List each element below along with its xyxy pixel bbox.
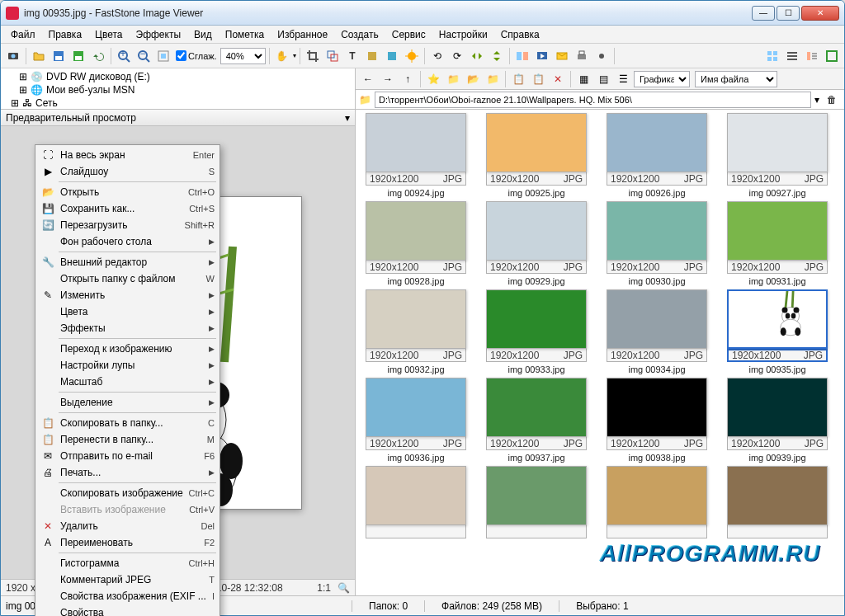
maximize-button[interactable]: ☐: [777, 6, 800, 21]
minimize-button[interactable]: —: [752, 6, 775, 21]
slideshow-icon[interactable]: [533, 47, 551, 65]
thumbnail[interactable]: 1920x1200JPGimg 00937.jpg: [483, 378, 590, 463]
thumbnail[interactable]: [603, 466, 710, 541]
copy-icon[interactable]: 📋: [509, 70, 527, 88]
ctx--[interactable]: Открыть папку с файломW: [37, 270, 218, 287]
view-med-icon[interactable]: ▤: [594, 70, 612, 88]
thumbnail[interactable]: 1920x1200JPGimg 00931.jpg: [724, 201, 831, 286]
thumbnail[interactable]: 1920x1200JPGimg 00928.jpg: [362, 201, 470, 286]
thumbnail[interactable]: 1920x1200JPGimg 00938.jpg: [603, 378, 710, 463]
thumbnail[interactable]: 1920x1200JPGimg 00933.jpg: [483, 289, 590, 374]
move-icon[interactable]: 📋: [529, 70, 547, 88]
zoom-in-icon[interactable]: +: [115, 47, 133, 65]
save-icon[interactable]: [50, 47, 68, 65]
close-button[interactable]: ✕: [801, 6, 839, 21]
zoom-combo[interactable]: 40%: [220, 48, 266, 64]
folder-a-icon[interactable]: 📁: [444, 70, 462, 88]
ctx--exif-[interactable]: Свойства изображения (EXIF ...I: [37, 588, 218, 604]
ctx--e-mail[interactable]: ✉Отправить по e-mailF6: [37, 448, 218, 464]
acquire-icon[interactable]: [4, 47, 22, 65]
hand-icon[interactable]: ✋: [273, 47, 291, 65]
print-icon[interactable]: [573, 47, 591, 65]
thumbnail[interactable]: 1920x1200JPGimg 00930.jpg: [603, 201, 710, 286]
menu-Цвета[interactable]: Цвета: [88, 27, 129, 42]
smooth-checkbox[interactable]: [176, 50, 186, 61]
menu-Файл[interactable]: Файл: [4, 27, 42, 42]
zoom-out-icon[interactable]: −: [135, 47, 153, 65]
tool-b-icon[interactable]: [383, 47, 401, 65]
folder-c-icon[interactable]: 📁: [484, 70, 502, 88]
ctx--[interactable]: ✎Изменить▶: [37, 287, 218, 303]
email-icon[interactable]: [553, 47, 571, 65]
ctx--[interactable]: ▶СлайдшоуS: [37, 163, 218, 180]
nav-fwd-icon[interactable]: →: [379, 70, 397, 88]
menu-Правка[interactable]: Правка: [42, 27, 89, 42]
tool-a-icon[interactable]: [363, 47, 381, 65]
thumbnail[interactable]: 1920x1200JPGimg 00929.jpg: [483, 201, 590, 286]
trash-icon[interactable]: 🗑: [823, 91, 841, 109]
menu-Настройки[interactable]: Настройки: [432, 27, 494, 42]
menu-Сервис[interactable]: Сервис: [385, 27, 432, 42]
flip-v-icon[interactable]: [488, 47, 506, 65]
menu-Вид[interactable]: Вид: [187, 27, 219, 42]
ctx--[interactable]: Настройки лупы▶: [37, 357, 218, 374]
ctx--[interactable]: 📂ОткрытьCtrl+O: [37, 184, 218, 200]
folder-b-icon[interactable]: 📂: [464, 70, 482, 88]
rotate-left-icon[interactable]: ⟲: [428, 47, 446, 65]
fav-icon[interactable]: ⭐: [424, 70, 442, 88]
open-icon[interactable]: [30, 47, 48, 65]
preview-dropdown-icon[interactable]: ▾: [345, 112, 350, 124]
ctx--[interactable]: ГистограммаCtrl+H: [37, 555, 218, 571]
ctx--[interactable]: AПереименоватьF2: [37, 534, 218, 551]
resize-icon[interactable]: [323, 47, 342, 65]
menu-Справка[interactable]: Справка: [494, 27, 546, 42]
zoom-fit-icon[interactable]: [154, 47, 172, 65]
rotate-right-icon[interactable]: ⟳: [448, 47, 466, 65]
ctx--jpeg[interactable]: Комментарий JPEGT: [37, 571, 218, 588]
ctx--[interactable]: Свойства: [37, 604, 218, 616]
view-thumbs-icon[interactable]: [763, 47, 781, 65]
nav-up-icon[interactable]: ↑: [399, 70, 417, 88]
path-input[interactable]: [375, 92, 811, 108]
effects-icon[interactable]: [403, 47, 421, 65]
menu-Эффекты[interactable]: Эффекты: [130, 27, 188, 42]
ctx--[interactable]: Фон рабочего стола▶: [37, 233, 218, 250]
compare-icon[interactable]: [513, 47, 531, 65]
thumbnail[interactable]: 1920x1200JPGimg 00925.jpg: [483, 113, 590, 198]
ctx--[interactable]: 🔄ПерезагрузитьShift+R: [37, 217, 218, 233]
filter-combo[interactable]: Графика: [634, 71, 690, 87]
delete-red-icon[interactable]: ✕: [549, 70, 567, 88]
view-large-icon[interactable]: ▦: [574, 70, 592, 88]
ctx--[interactable]: 💾Сохранить как...Ctrl+S: [37, 200, 218, 217]
sort-combo[interactable]: Имя файла: [695, 71, 777, 87]
path-dropdown-icon[interactable]: ▾: [814, 94, 819, 106]
view-list-icon[interactable]: [783, 47, 801, 65]
save-as-icon[interactable]: [69, 47, 87, 65]
ctx--[interactable]: 📋Скопировать в папку...C: [37, 415, 218, 431]
ctx--[interactable]: Цвета▶: [37, 303, 218, 320]
thumbnail[interactable]: 1920x1200JPGimg 00924.jpg: [362, 113, 470, 198]
ctx--[interactable]: Переход к изображению▶: [37, 341, 218, 357]
thumbnail[interactable]: 1920x1200JPGimg 00932.jpg: [362, 289, 470, 374]
view-detail-icon[interactable]: [803, 47, 821, 65]
ctx--[interactable]: ✕УдалитьDel: [37, 518, 218, 534]
ctx--[interactable]: ⛶На весь экранEnter: [37, 147, 218, 163]
thumbnail[interactable]: 1920x1200JPGimg 00939.jpg: [724, 378, 831, 463]
thumbnail[interactable]: 1920x1200JPGimg 00926.jpg: [603, 113, 710, 198]
undo-icon[interactable]: [89, 47, 107, 65]
folder-tree[interactable]: ⊞💿DVD RW дисковод (E:) ⊞🌐Мои веб-узлы MS…: [1, 68, 355, 110]
ctx--[interactable]: Скопировать изображениеCtrl+C: [37, 485, 218, 501]
ctx--[interactable]: 🖨Печать...▶: [37, 464, 218, 481]
thumbnail[interactable]: 1920x1200JPGimg 00927.jpg: [724, 113, 831, 198]
flip-h-icon[interactable]: [468, 47, 486, 65]
thumbnail[interactable]: 1920x1200JPGimg 00935.jpg: [724, 289, 831, 374]
view-small-icon[interactable]: ☰: [614, 70, 632, 88]
thumbnail-grid[interactable]: 1920x1200JPGimg 00924.jpg1920x1200JPGimg…: [356, 110, 844, 595]
text-icon[interactable]: T: [343, 47, 361, 65]
ctx--[interactable]: Масштаб▶: [37, 374, 218, 390]
thumbnail[interactable]: [483, 466, 590, 541]
ctx--[interactable]: Эффекты▶: [37, 320, 218, 336]
nav-back-icon[interactable]: ←: [359, 70, 377, 88]
menu-Избранное[interactable]: Избранное: [271, 27, 334, 42]
thumbnail[interactable]: 1920x1200JPGimg 00934.jpg: [603, 289, 710, 374]
